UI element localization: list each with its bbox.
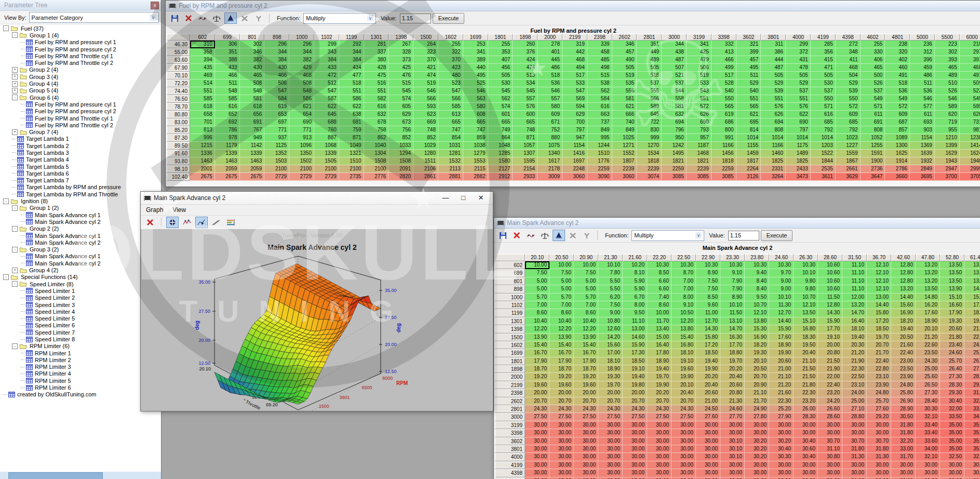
table-cell[interactable]: 903 [910, 126, 935, 134]
table-cell[interactable]: 20.30 [842, 341, 867, 349]
table-cell[interactable]: 19.30 [745, 349, 769, 357]
table-cell[interactable]: 498 [587, 64, 612, 72]
table-cell[interactable]: 16.90 [745, 334, 769, 341]
table-cell[interactable]: 22.40 [964, 334, 980, 341]
table-cell[interactable]: 3085 [711, 173, 736, 181]
table-cell[interactable]: 1336 [190, 150, 215, 157]
table-cell[interactable]: 1625 [885, 150, 910, 157]
table-cell[interactable]: 10.80 [598, 317, 623, 325]
table-cell[interactable]: 594 [562, 103, 587, 111]
table-cell[interactable]: 1580 [488, 157, 513, 165]
tree-item[interactable]: Target Lambda 4 [0, 156, 161, 163]
table-cell[interactable]: 2675 [215, 173, 240, 181]
col-header[interactable]: 23.30 [720, 254, 745, 261]
table-cell[interactable]: 33.60 [916, 437, 940, 445]
table-cell[interactable]: 697 [264, 118, 289, 126]
tree-item[interactable]: +Group 2 (4) [0, 66, 161, 73]
tree-item[interactable]: Main Spark Advance cyl 2 [0, 260, 161, 267]
table-cell[interactable]: 557 [513, 95, 538, 103]
table-cell[interactable]: 31.10 [818, 445, 842, 453]
table-cell[interactable]: 12.70 [696, 317, 720, 325]
table-cell[interactable]: 13.90 [574, 334, 598, 341]
table-cell[interactable]: 33.00 [891, 445, 916, 453]
table-cell[interactable]: 758 [364, 126, 389, 134]
row-header[interactable]: 83.00 [167, 118, 190, 126]
table-cell[interactable]: 30.40 [794, 453, 818, 461]
table-cell[interactable]: 577 [910, 103, 935, 111]
row-header[interactable]: 1500 [495, 334, 525, 341]
table-cell[interactable]: 346 [612, 41, 637, 48]
function-dropdown[interactable]: Multiply ∨ [303, 13, 376, 24]
execute-button[interactable]: Execute [761, 230, 793, 241]
table-cell[interactable]: 792 [811, 126, 836, 134]
table-cell[interactable]: 756 [388, 126, 413, 134]
table-cell[interactable]: 2100 [364, 165, 389, 173]
table-cell[interactable]: 8.40 [745, 277, 769, 285]
table-cell[interactable]: 533 [562, 79, 587, 87]
table-cell[interactable]: 2178 [538, 165, 562, 173]
table-cell[interactable]: 466 [711, 56, 736, 64]
table-cell[interactable]: 27.30 [940, 373, 964, 381]
table-cell[interactable]: 555 [637, 87, 662, 95]
table-cell[interactable]: 1350 [289, 150, 314, 157]
table-cell[interactable]: 665 [513, 118, 538, 126]
table-cell[interactable]: 5.90 [623, 277, 647, 285]
table-cell[interactable]: 19.10 [672, 357, 696, 365]
table-cell[interactable]: 665 [463, 118, 488, 126]
table-cell[interactable]: 571 [811, 103, 836, 111]
table-cell[interactable]: 32.20 [891, 437, 916, 445]
table-cell[interactable]: 1339 [215, 150, 240, 157]
col-header[interactable]: 2801 [637, 34, 662, 41]
x-axis-button[interactable] [567, 230, 579, 241]
table-cell[interactable]: 5.00 [525, 285, 549, 293]
table-cell[interactable]: 30.80 [818, 453, 842, 461]
table-cell[interactable]: 546 [463, 87, 488, 95]
table-cell[interactable]: 10.30 [769, 261, 794, 269]
table-cell[interactable]: 19.20 [549, 373, 574, 381]
table-cell[interactable]: 30.00 [940, 461, 964, 469]
table-cell[interactable]: 370 [438, 56, 463, 64]
table-cell[interactable]: 1932 [910, 157, 935, 165]
table-cell[interactable]: 25.70 [867, 397, 891, 405]
table-cell[interactable]: 491 [885, 72, 910, 79]
table-cell[interactable]: 11.00 [696, 309, 720, 317]
table-cell[interactable]: 35.00 [940, 445, 964, 453]
table-cell[interactable]: 2947 [935, 165, 960, 173]
col-header[interactable]: 4602 [861, 34, 885, 41]
table-cell[interactable]: 576 [786, 103, 811, 111]
table-cell[interactable]: 1307 [513, 150, 538, 157]
table-cell[interactable]: 13.50 [940, 277, 964, 285]
table-cell[interactable]: 629 [388, 111, 413, 118]
table-cell[interactable]: 2259 [662, 165, 687, 173]
row-header[interactable]: 91.60 [167, 150, 190, 157]
table-cell[interactable]: 690 [687, 118, 711, 126]
table-cell[interactable]: 852 [388, 134, 413, 142]
table-cell[interactable]: 30.00 [672, 469, 696, 477]
table-cell[interactable]: 30.00 [623, 437, 647, 445]
tree-item[interactable]: Speed Limiter 2 [0, 295, 161, 301]
table-cell[interactable]: 1534 [637, 150, 662, 157]
table-cell[interactable]: 13.50 [940, 261, 964, 269]
row-header[interactable]: 78.70 [167, 103, 190, 111]
table-cell[interactable]: 545 [488, 87, 513, 95]
view-3d-button[interactable] [553, 230, 565, 241]
table-cell[interactable]: 466 [215, 72, 240, 79]
table-cell[interactable]: 17.70 [818, 325, 842, 333]
table-cell[interactable]: 549 [885, 95, 910, 103]
table-cell[interactable]: 618 [240, 103, 265, 111]
table-cell[interactable]: 887 [314, 134, 339, 142]
table-cell[interactable]: 1844 [811, 157, 836, 165]
table-cell[interactable]: 351 [637, 41, 662, 48]
table-cell[interactable]: 15.30 [745, 325, 769, 333]
tree-item[interactable]: Main Spark Advance cyl 2 [0, 239, 161, 246]
table-cell[interactable]: 20.70 [598, 397, 623, 405]
table-cell[interactable]: 1166 [761, 142, 786, 150]
table-cell[interactable]: 621 [612, 103, 637, 111]
table-cell[interactable]: 1155 [736, 142, 761, 150]
table-cell[interactable]: 20.40 [720, 373, 745, 381]
table-cell[interactable]: 1639 [910, 150, 935, 157]
table-cell[interactable]: 1817 [736, 157, 761, 165]
table-cell[interactable]: 32.50 [940, 453, 964, 461]
table-cell[interactable]: 19.70 [720, 357, 745, 365]
table-cell[interactable]: 576 [513, 103, 538, 111]
